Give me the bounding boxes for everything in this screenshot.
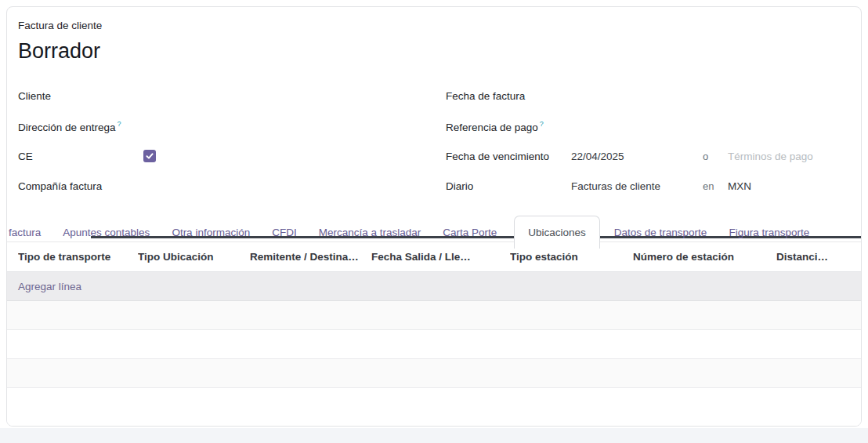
field-row-diario: Diario Facturas de cliente en MXN <box>446 172 853 202</box>
invoice-form-page: Factura de cliente Borrador Cliente Dire… <box>0 0 868 443</box>
tab-cfdi[interactable]: CFDI <box>261 216 308 249</box>
referencia-label-text: Referencia de pago <box>446 121 538 133</box>
moneda-input[interactable]: MXN <box>728 180 751 192</box>
field-row-fecha-factura: Fecha de factura <box>446 81 853 111</box>
field-row-vencimiento: Fecha de vencimiento 22/04/2025 o Términ… <box>446 141 853 172</box>
tab-otra-informacion[interactable]: Otra información <box>161 216 261 249</box>
col-remitente-destinatario[interactable]: Remitente / Destina… <box>250 251 371 263</box>
field-row-referencia: Referencia de pago? <box>446 111 853 142</box>
add-line-row[interactable]: Agregar línea <box>7 272 862 301</box>
empty-table-row <box>7 330 862 359</box>
col-tipo-de-transporte[interactable]: Tipo de transporte <box>18 251 138 263</box>
empty-table-row <box>7 301 862 330</box>
field-row-direccion: Dirección de entrega? <box>18 111 433 142</box>
status-title: Borrador <box>18 38 100 64</box>
compania-label: Compañía factura <box>18 180 143 192</box>
vencimiento-separator: o <box>703 151 728 162</box>
diario-label: Diario <box>446 180 571 192</box>
direccion-label: Dirección de entrega? <box>18 120 143 133</box>
footer-strip <box>0 428 868 443</box>
ubicaciones-list: Tipo de transporte Tipo Ubicación Remite… <box>7 241 862 426</box>
col-numero-de-estacion[interactable]: Número de estación <box>633 251 776 263</box>
terminos-pago-input[interactable]: Términos de pago <box>728 151 813 162</box>
cliente-label: Cliente <box>18 90 143 102</box>
empty-table-row <box>7 359 862 388</box>
tab-apuntes-contables[interactable]: Apuntes contables <box>52 216 161 249</box>
vencimiento-label: Fecha de vencimiento <box>446 151 571 162</box>
diario-separator: en <box>703 180 728 192</box>
field-column-left: Cliente Dirección de entrega? CE <box>18 81 433 202</box>
col-fecha-salida-llegada[interactable]: Fecha Salida / Lle… <box>371 251 510 263</box>
tab-ubicaciones-active[interactable]: Ubicaciones <box>514 216 600 249</box>
ce-checkbox[interactable] <box>143 150 156 162</box>
col-tipo-ubicacion[interactable]: Tipo Ubicación <box>138 251 250 263</box>
field-column-right: Fecha de factura Referencia de pago? Fec… <box>446 81 853 202</box>
ce-label: CE <box>18 151 143 162</box>
col-tipo-estacion[interactable]: Tipo estación <box>510 251 633 263</box>
fecha-factura-label: Fecha de factura <box>446 90 571 102</box>
diario-input[interactable]: Facturas de cliente <box>571 180 703 192</box>
notebook-tabbar: factura Apuntes contables Otra informaci… <box>7 216 861 249</box>
tab-figura-transporte[interactable]: Figura transporte <box>718 216 820 249</box>
field-row-cliente: Cliente <box>18 81 433 111</box>
help-icon[interactable]: ? <box>118 120 121 128</box>
checkmark-icon <box>146 152 154 160</box>
help-icon[interactable]: ? <box>540 120 544 128</box>
col-distancia[interactable]: Distanci… <box>776 251 862 263</box>
invoice-form-card: Factura de cliente Borrador Cliente Dire… <box>6 6 862 427</box>
tab-factura[interactable]: factura <box>7 216 52 249</box>
referencia-label: Referencia de pago? <box>446 120 571 133</box>
empty-table-row <box>7 388 862 426</box>
add-line-link[interactable]: Agregar línea <box>18 281 81 292</box>
field-row-ce: CE <box>18 141 433 172</box>
field-row-compania: Compañía factura <box>18 172 433 202</box>
document-type-label: Factura de cliente <box>18 20 102 31</box>
tab-datos-de-transporte[interactable]: Datos de transporte <box>603 216 718 249</box>
vencimiento-date-input[interactable]: 22/04/2025 <box>571 151 703 162</box>
tab-mercancia-a-trasladar[interactable]: Mercancía a trasladar <box>308 216 432 249</box>
tab-carta-porte[interactable]: Carta Porte <box>432 216 508 249</box>
direccion-label-text: Dirección de entrega <box>18 121 116 133</box>
